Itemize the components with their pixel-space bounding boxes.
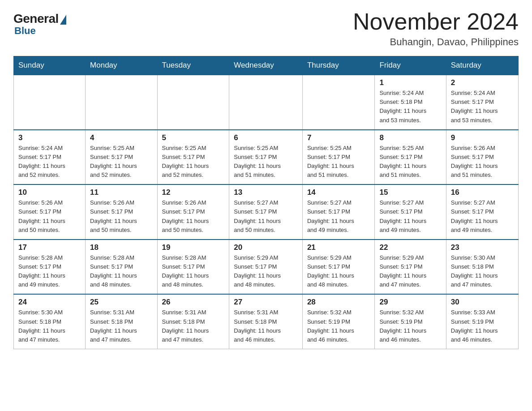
calendar-cell: 6Sunrise: 5:25 AM Sunset: 5:17 PM Daylig… <box>229 130 303 185</box>
day-info: Sunrise: 5:24 AM Sunset: 5:18 PM Dayligh… <box>379 89 441 125</box>
weekday-header-thursday: Thursday <box>302 56 375 75</box>
day-number: 5 <box>162 133 225 142</box>
location: Buhangin, Davao, Philippines <box>353 36 519 48</box>
day-number: 6 <box>234 133 298 142</box>
calendar-cell: 1Sunrise: 5:24 AM Sunset: 5:18 PM Daylig… <box>375 75 446 130</box>
calendar-cell: 17Sunrise: 5:28 AM Sunset: 5:17 PM Dayli… <box>14 240 86 295</box>
calendar-cell: 3Sunrise: 5:24 AM Sunset: 5:17 PM Daylig… <box>14 130 86 185</box>
day-number: 12 <box>162 188 225 197</box>
calendar-cell: 29Sunrise: 5:32 AM Sunset: 5:19 PM Dayli… <box>375 294 446 349</box>
day-info: Sunrise: 5:26 AM Sunset: 5:17 PM Dayligh… <box>451 144 514 180</box>
calendar-cell: 21Sunrise: 5:29 AM Sunset: 5:17 PM Dayli… <box>302 240 375 295</box>
day-info: Sunrise: 5:31 AM Sunset: 5:18 PM Dayligh… <box>162 308 225 344</box>
weekday-header-saturday: Saturday <box>446 56 518 75</box>
calendar-cell: 16Sunrise: 5:27 AM Sunset: 5:17 PM Dayli… <box>446 184 518 240</box>
calendar-table: SundayMondayTuesdayWednesdayThursdayFrid… <box>13 56 519 349</box>
day-info: Sunrise: 5:27 AM Sunset: 5:17 PM Dayligh… <box>234 198 298 235</box>
week-row-1: 1Sunrise: 5:24 AM Sunset: 5:18 PM Daylig… <box>14 75 519 130</box>
weekday-header-friday: Friday <box>375 56 446 75</box>
calendar-cell: 4Sunrise: 5:25 AM Sunset: 5:17 PM Daylig… <box>86 130 157 185</box>
day-info: Sunrise: 5:29 AM Sunset: 5:17 PM Dayligh… <box>234 253 298 290</box>
day-number: 30 <box>451 298 514 307</box>
calendar-cell: 8Sunrise: 5:25 AM Sunset: 5:17 PM Daylig… <box>375 130 446 185</box>
day-number: 27 <box>234 298 298 307</box>
day-number: 22 <box>379 243 441 252</box>
calendar-cell: 23Sunrise: 5:30 AM Sunset: 5:18 PM Dayli… <box>446 240 518 295</box>
logo-blue-text: Blue <box>14 25 36 37</box>
weekday-header-sunday: Sunday <box>14 56 86 75</box>
calendar-cell: 9Sunrise: 5:26 AM Sunset: 5:17 PM Daylig… <box>446 130 518 185</box>
day-number: 14 <box>307 188 370 197</box>
calendar-cell: 7Sunrise: 5:25 AM Sunset: 5:17 PM Daylig… <box>302 130 375 185</box>
week-row-2: 3Sunrise: 5:24 AM Sunset: 5:17 PM Daylig… <box>14 130 519 185</box>
week-row-3: 10Sunrise: 5:26 AM Sunset: 5:17 PM Dayli… <box>14 184 519 240</box>
day-number: 23 <box>451 243 514 252</box>
day-number: 7 <box>307 133 370 142</box>
calendar-cell <box>14 75 86 130</box>
calendar-cell: 25Sunrise: 5:31 AM Sunset: 5:18 PM Dayli… <box>86 294 157 349</box>
calendar-cell: 12Sunrise: 5:26 AM Sunset: 5:17 PM Dayli… <box>157 184 229 240</box>
calendar-cell: 26Sunrise: 5:31 AM Sunset: 5:18 PM Dayli… <box>157 294 229 349</box>
month-title: November 2024 <box>353 9 519 34</box>
day-info: Sunrise: 5:25 AM Sunset: 5:17 PM Dayligh… <box>162 144 225 180</box>
calendar-cell <box>157 75 229 130</box>
day-info: Sunrise: 5:28 AM Sunset: 5:17 PM Dayligh… <box>90 253 152 290</box>
calendar-cell <box>302 75 375 130</box>
day-info: Sunrise: 5:26 AM Sunset: 5:17 PM Dayligh… <box>162 198 225 235</box>
title-block: November 2024 Buhangin, Davao, Philippin… <box>353 9 519 48</box>
day-info: Sunrise: 5:24 AM Sunset: 5:17 PM Dayligh… <box>18 144 81 180</box>
calendar-cell: 19Sunrise: 5:28 AM Sunset: 5:17 PM Dayli… <box>157 240 229 295</box>
calendar-cell: 27Sunrise: 5:31 AM Sunset: 5:18 PM Dayli… <box>229 294 303 349</box>
day-number: 4 <box>90 133 152 142</box>
day-info: Sunrise: 5:32 AM Sunset: 5:19 PM Dayligh… <box>307 308 370 344</box>
day-number: 19 <box>162 243 225 252</box>
weekday-header-tuesday: Tuesday <box>157 56 229 75</box>
logo-general-text: General <box>13 12 59 26</box>
day-number: 8 <box>379 133 441 142</box>
day-number: 21 <box>307 243 370 252</box>
day-number: 9 <box>451 133 514 142</box>
day-info: Sunrise: 5:25 AM Sunset: 5:17 PM Dayligh… <box>90 144 152 180</box>
day-info: Sunrise: 5:27 AM Sunset: 5:17 PM Dayligh… <box>379 198 441 235</box>
day-info: Sunrise: 5:28 AM Sunset: 5:17 PM Dayligh… <box>18 253 81 290</box>
calendar-cell: 14Sunrise: 5:27 AM Sunset: 5:17 PM Dayli… <box>302 184 375 240</box>
day-number: 25 <box>90 298 152 307</box>
day-info: Sunrise: 5:25 AM Sunset: 5:17 PM Dayligh… <box>307 144 370 180</box>
day-number: 24 <box>18 298 81 307</box>
day-info: Sunrise: 5:32 AM Sunset: 5:19 PM Dayligh… <box>379 308 441 344</box>
day-info: Sunrise: 5:25 AM Sunset: 5:17 PM Dayligh… <box>379 144 441 180</box>
weekday-header-wednesday: Wednesday <box>229 56 303 75</box>
day-number: 11 <box>90 188 152 197</box>
day-info: Sunrise: 5:31 AM Sunset: 5:18 PM Dayligh… <box>90 308 152 344</box>
calendar-cell: 18Sunrise: 5:28 AM Sunset: 5:17 PM Dayli… <box>86 240 157 295</box>
page-header: General Blue November 2024 Buhangin, Dav… <box>13 9 519 48</box>
calendar-cell: 11Sunrise: 5:26 AM Sunset: 5:17 PM Dayli… <box>86 184 157 240</box>
day-info: Sunrise: 5:30 AM Sunset: 5:18 PM Dayligh… <box>451 253 514 290</box>
day-number: 18 <box>90 243 152 252</box>
day-info: Sunrise: 5:26 AM Sunset: 5:17 PM Dayligh… <box>90 198 152 235</box>
calendar-cell: 20Sunrise: 5:29 AM Sunset: 5:17 PM Dayli… <box>229 240 303 295</box>
day-number: 10 <box>18 188 81 197</box>
day-info: Sunrise: 5:24 AM Sunset: 5:17 PM Dayligh… <box>451 89 514 125</box>
calendar-cell: 22Sunrise: 5:29 AM Sunset: 5:17 PM Dayli… <box>375 240 446 295</box>
day-number: 20 <box>234 243 298 252</box>
day-info: Sunrise: 5:25 AM Sunset: 5:17 PM Dayligh… <box>234 144 298 180</box>
calendar-cell: 24Sunrise: 5:30 AM Sunset: 5:18 PM Dayli… <box>14 294 86 349</box>
day-number: 29 <box>379 298 441 307</box>
day-number: 2 <box>451 78 514 87</box>
week-row-5: 24Sunrise: 5:30 AM Sunset: 5:18 PM Dayli… <box>14 294 519 349</box>
day-info: Sunrise: 5:29 AM Sunset: 5:17 PM Dayligh… <box>307 253 370 290</box>
calendar-cell: 10Sunrise: 5:26 AM Sunset: 5:17 PM Dayli… <box>14 184 86 240</box>
day-number: 3 <box>18 133 81 142</box>
calendar-cell: 13Sunrise: 5:27 AM Sunset: 5:17 PM Dayli… <box>229 184 303 240</box>
calendar-cell <box>229 75 303 130</box>
day-info: Sunrise: 5:27 AM Sunset: 5:17 PM Dayligh… <box>307 198 370 235</box>
calendar-cell: 30Sunrise: 5:33 AM Sunset: 5:19 PM Dayli… <box>446 294 518 349</box>
day-info: Sunrise: 5:27 AM Sunset: 5:17 PM Dayligh… <box>451 198 514 235</box>
day-number: 15 <box>379 188 441 197</box>
day-number: 28 <box>307 298 370 307</box>
weekday-header-row: SundayMondayTuesdayWednesdayThursdayFrid… <box>14 56 519 75</box>
day-info: Sunrise: 5:33 AM Sunset: 5:19 PM Dayligh… <box>451 308 514 344</box>
calendar-cell: 5Sunrise: 5:25 AM Sunset: 5:17 PM Daylig… <box>157 130 229 185</box>
day-info: Sunrise: 5:26 AM Sunset: 5:17 PM Dayligh… <box>18 198 81 235</box>
